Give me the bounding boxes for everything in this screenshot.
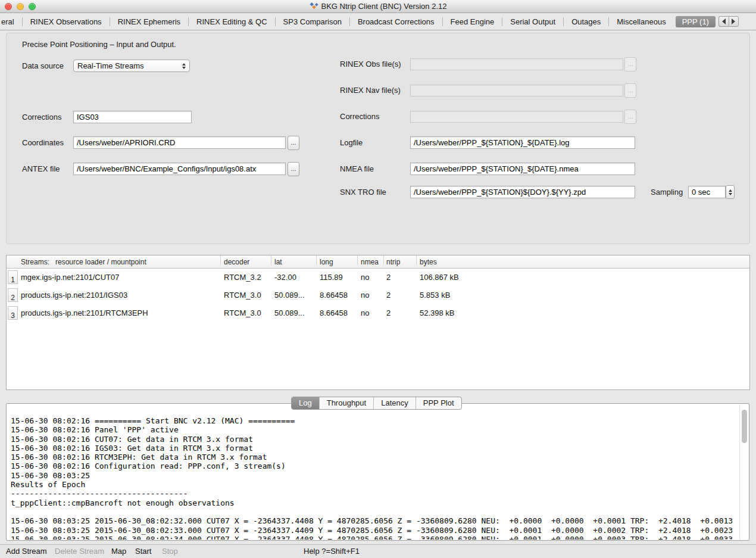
stream-row-3[interactable]: 3 products.igs-ip.net:2101/RTCM3EPH RTCM… (7, 304, 749, 322)
cell-nmea: no (361, 286, 369, 304)
log-scrollbar[interactable] (739, 404, 748, 540)
tab-rinex-editing-qc[interactable]: RINEX Editing & QC (189, 16, 275, 27)
row-header[interactable]: 3 (8, 306, 18, 320)
cell-long: 115.89 (320, 269, 343, 286)
cell-mountpoint: mgex.igs-ip.net:2101/CUT07 (21, 269, 119, 286)
stream-row-1[interactable]: 1 mgex.igs-ip.net:2101/CUT07 RTCM_3.2 -3… (7, 269, 749, 286)
col-mountpoint[interactable]: Streams: resource loader / mountpoint (21, 255, 146, 269)
rinex-nav-label: RINEX Nav file(s) (340, 85, 401, 96)
tab-ppp[interactable]: PPP (1) (676, 16, 716, 27)
rinex-obs-input[interactable] (410, 58, 623, 70)
tab-log[interactable]: Log (292, 397, 319, 409)
col-bytes[interactable]: bytes (420, 255, 437, 269)
coordinates-label: Coordinates (22, 136, 64, 149)
cell-lat: -32.00 (274, 269, 296, 286)
corrections-out-input[interactable] (410, 111, 623, 123)
bnc-app-icon (310, 2, 318, 11)
cell-mountpoint: products.igs-ip.net:2101/IGS03 (21, 286, 127, 304)
cell-long: 8.66458 (320, 304, 348, 322)
tab-feed-engine[interactable]: Feed Engine (443, 16, 502, 27)
tab-rinex-observations[interactable]: RINEX Observations (23, 16, 110, 27)
tab-scroll-left-button[interactable] (718, 16, 729, 27)
col-decoder[interactable]: decoder (224, 255, 249, 269)
tab-rinex-ephemeris[interactable]: RINEX Ephemeris (110, 16, 188, 27)
tab-scroll-buttons (718, 16, 739, 27)
rinex-nav-browse-button[interactable]: ... (624, 83, 636, 98)
corrections-out-browse-button[interactable]: ... (624, 110, 636, 124)
tab-outages[interactable]: Outages (564, 16, 608, 27)
sampling-label: Sampling (651, 186, 683, 198)
sampling-input[interactable] (688, 186, 726, 198)
column-divider (383, 255, 384, 265)
log-text: 15-06-30 08:02:16 ========== Start BNC v… (11, 416, 736, 540)
nmea-file-label: NMEA file (340, 163, 374, 175)
spinner-down-icon (729, 193, 732, 195)
column-divider (416, 255, 417, 265)
antex-input[interactable] (73, 163, 286, 175)
cell-decoder: RTCM_3.0 (224, 304, 261, 322)
antex-browse-button[interactable]: ... (288, 162, 299, 176)
add-stream-button[interactable]: Add Stream (6, 545, 47, 558)
dropdown-arrows-icon (182, 63, 186, 69)
coordinates-input[interactable] (73, 136, 286, 149)
corrections-out-label: Corrections (340, 111, 379, 123)
tab-scroll-right-button[interactable] (729, 16, 739, 27)
tab-miscellaneous[interactable]: Miscellaneous (609, 16, 673, 27)
sampling-spinner[interactable] (726, 185, 735, 199)
nmea-file-input[interactable] (410, 163, 635, 175)
log-scrollbar-thumb[interactable] (742, 410, 747, 443)
col-nmea[interactable]: nmea (361, 255, 379, 269)
minimize-window-icon[interactable] (17, 3, 24, 10)
main-tab-bar: eral RINEX Observations RINEX Ephemeris … (0, 13, 756, 30)
rinex-obs-browse-button[interactable]: ... (624, 57, 636, 71)
cell-nmea: no (361, 304, 369, 322)
col-ntrip[interactable]: ntrip (386, 255, 400, 269)
tab-sp3-comparison[interactable]: SP3 Comparison (276, 16, 349, 27)
coordinates-browse-button[interactable]: ... (288, 136, 299, 150)
tab-general[interactable]: eral (0, 16, 22, 27)
start-button[interactable]: Start (135, 545, 151, 558)
rinex-nav-input[interactable] (410, 85, 623, 96)
corrections-in-input[interactable] (73, 111, 192, 123)
tab-serial-output[interactable]: Serial Output (502, 16, 563, 27)
rinex-obs-label: RINEX Obs file(s) (340, 58, 401, 70)
cell-ntrip: 2 (386, 269, 391, 286)
bottom-toolbar: Add Stream Delete Stream Map Start Stop … (0, 544, 756, 558)
bnc-window: BKG Ntrip Client (BNC) Version 2.12 eral… (0, 0, 756, 558)
tab-broadcast-corrections[interactable]: Broadcast Corrections (350, 16, 442, 27)
data-source-label: Data source (22, 60, 64, 72)
delete-stream-button[interactable]: Delete Stream (55, 545, 104, 558)
cell-bytes: 52.398 kB (420, 304, 455, 322)
row-header[interactable]: 1 (8, 270, 18, 284)
window-controls (5, 3, 36, 10)
antex-label: ANTEX file (22, 163, 60, 175)
tab-latency[interactable]: Latency (374, 397, 416, 409)
streams-table-header[interactable]: Streams: resource loader / mountpoint de… (7, 255, 749, 269)
snx-tro-input[interactable] (410, 186, 635, 198)
zoom-window-icon[interactable] (29, 3, 36, 10)
cell-bytes: 5.853 kB (420, 286, 450, 304)
data-source-select[interactable]: Real-Time Streams (73, 60, 190, 72)
cell-ntrip: 2 (386, 286, 391, 304)
logfile-input[interactable] (410, 136, 635, 149)
row-header[interactable]: 2 (8, 288, 18, 302)
logfile-label: Logfile (340, 136, 363, 149)
ppp-panel: Precise Point Positioning – Input and Ou… (6, 33, 750, 244)
title-bar: BKG Ntrip Client (BNC) Version 2.12 (0, 0, 756, 13)
col-lat[interactable]: lat (274, 255, 282, 269)
tab-ppp-plot[interactable]: PPP Plot (416, 397, 461, 409)
column-divider (220, 255, 221, 265)
column-divider (316, 255, 317, 265)
snx-tro-label: SNX TRO file (340, 186, 386, 198)
streams-table: Streams: resource loader / mountpoint de… (6, 255, 750, 390)
tab-throughput[interactable]: Throughput (320, 397, 374, 409)
stream-row-2[interactable]: 2 products.igs-ip.net:2101/IGS03 RTCM_3.… (7, 286, 749, 304)
help-hint: Help ?=Shift+F1 (304, 545, 360, 558)
cell-lat: 50.089... (274, 304, 305, 322)
col-long[interactable]: long (320, 255, 333, 269)
close-window-icon[interactable] (5, 3, 12, 10)
map-button[interactable]: Map (111, 545, 126, 558)
stop-button[interactable]: Stop (162, 545, 178, 558)
cell-decoder: RTCM_3.2 (224, 269, 261, 286)
window-title-area: BKG Ntrip Client (BNC) Version 2.12 (0, 2, 756, 11)
